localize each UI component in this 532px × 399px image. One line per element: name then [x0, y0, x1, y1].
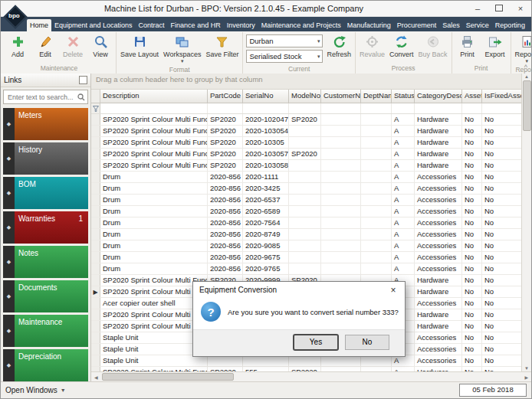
sidebar-item-documents[interactable]: ◆Documents [3, 280, 88, 312]
tab-reporting[interactable]: Reporting [492, 19, 528, 31]
scroll-left-icon[interactable]: ◀ [93, 374, 100, 381]
column-header-partcode[interactable]: PartCode [208, 90, 243, 103]
sidebar-item-notes[interactable]: ◆Notes [3, 246, 88, 278]
tab-equipment-and-locations[interactable]: Equipment and Locations [51, 19, 136, 31]
yes-button[interactable]: Yes [294, 335, 338, 350]
column-header-categorydesc[interactable]: CategoryDesc [415, 90, 462, 103]
tab-home[interactable]: Home [27, 19, 51, 31]
tab-sales[interactable]: Sales [439, 19, 463, 31]
filter-cell-customername[interactable] [321, 103, 361, 113]
stock-type-select[interactable]: Serialised Stock ▾ [246, 50, 323, 63]
sidebar-item-meters[interactable]: ◆Meters [3, 108, 88, 140]
sidebar-item-depreciation[interactable]: ◆Depreciation [3, 349, 88, 381]
tab-service[interactable]: Service [463, 19, 492, 31]
tab-manufacturing[interactable]: Manufacturing [344, 19, 394, 31]
scroll-down-icon[interactable]: ▼ [523, 365, 530, 371]
table-row[interactable]: Drum2020-8562020-6537AAccessoriesNoNo [91, 195, 521, 206]
table-row[interactable]: Drum2020-8562020-9085AAccessoriesNoNo [91, 240, 521, 252]
table-row[interactable]: SP2020 Sprint Colour Multi Functional Co… [91, 126, 521, 137]
workspaces-button[interactable]: Workspaces ▾ [161, 32, 203, 66]
table-row[interactable]: Drum2020-8562020-7564AAccessoriesNoNo [91, 217, 521, 229]
tab-utilities[interactable]: Utilities [528, 19, 531, 31]
filter-cell-isfixedasset[interactable] [482, 103, 521, 113]
table-row[interactable]: Drum2020-8562020-9675AAccessoriesNoNo [91, 252, 521, 263]
scroll-right-icon[interactable]: ▶ [523, 374, 530, 381]
sidebar-item-maintenance[interactable]: ◆Maintenance [3, 315, 88, 347]
sidebar-item-history[interactable]: ◆History [3, 142, 88, 175]
cell-asset: No [462, 172, 482, 182]
filter-cell-description[interactable] [100, 103, 208, 113]
links-header[interactable]: Links [1, 74, 90, 87]
open-windows-button[interactable]: Open Windows ▼ [5, 386, 66, 394]
table-row[interactable]: SP2020 Sprint Colour Multi Functional Co… [91, 160, 521, 172]
view-button[interactable]: View [87, 32, 114, 60]
column-header-modelno[interactable]: ModelNo [289, 90, 321, 103]
table-row[interactable]: Staple UnitAAccessoriesNoNo [91, 355, 521, 367]
sidebar-item-warranties[interactable]: ◆Warranties1 [3, 211, 88, 244]
dialog-close-button[interactable]: × [382, 283, 405, 298]
table-row[interactable]: SP2020 Sprint Colour Multi Functional Co… [91, 149, 521, 160]
revalue-button[interactable]: Revalue [357, 32, 387, 60]
save-filter-button[interactable]: Save Filter [203, 32, 241, 60]
tab-procurement[interactable]: Procurement [394, 19, 440, 31]
column-header-isfixedasset[interactable]: IsFixedAsset [482, 90, 521, 103]
tab-finance-and-hr[interactable]: Finance and HR [168, 19, 224, 31]
table-row[interactable]: SP2020 Sprint Colour Multi Functional Co… [91, 137, 521, 149]
cell-categorydesc: Hardware [415, 160, 462, 171]
search-input[interactable] [6, 93, 77, 102]
column-header-description[interactable]: Description [100, 90, 208, 103]
cell-deptname [361, 160, 392, 171]
scroll-up-icon[interactable]: ▲ [523, 74, 530, 80]
horizontal-scrollbar[interactable]: ◀ ▶ [91, 371, 531, 381]
filter-cell-categorydesc[interactable] [415, 103, 462, 113]
no-button[interactable]: No [345, 335, 389, 350]
edit-button[interactable]: Edit [31, 32, 59, 60]
tab-maintenance-and-projects[interactable]: Maintenance and Projects [258, 19, 344, 31]
column-header-status[interactable]: Status [392, 90, 415, 103]
table-row[interactable]: SP2020 Sprint Colour Multi Functional Co… [91, 114, 521, 126]
filter-cell-partcode[interactable] [208, 103, 243, 113]
table-row[interactable]: Drum2020-8562020-9765AAccessoriesNoNo [91, 263, 521, 275]
column-header-asset[interactable]: Asset [462, 90, 482, 103]
vertical-scrollbar[interactable]: ▲ ▼ [521, 74, 531, 371]
cell-partcode: SP2020 [208, 137, 243, 148]
links-pin-icon[interactable] [79, 76, 87, 84]
minimize-button[interactable]: – [467, 2, 488, 16]
vertical-scroll-thumb[interactable] [523, 80, 531, 131]
horizontal-scroll-thumb[interactable] [102, 373, 234, 381]
add-button[interactable]: Add [4, 32, 31, 60]
group-by-panel[interactable]: Drag a column header here to group by th… [91, 74, 521, 90]
save-layout-button[interactable]: Save Layout [118, 32, 161, 60]
filter-cell-status[interactable] [392, 103, 415, 113]
buy-back-button[interactable]: Buy Back [415, 32, 449, 60]
ribbon-collapse-icon[interactable]: ^ [524, 64, 527, 71]
export-button[interactable]: Export [481, 32, 509, 60]
tab-inventory[interactable]: Inventory [224, 19, 258, 31]
cell-isfixedasset: No [482, 195, 521, 205]
convert-button[interactable]: Convert [387, 32, 416, 60]
cell-categorydesc: Hardware [415, 321, 462, 332]
filter-cell-asset[interactable] [462, 103, 482, 113]
table-row[interactable]: Drum2020-8562020-8749AAccessoriesNoNo [91, 229, 521, 240]
refresh-button[interactable]: Refresh [324, 32, 353, 60]
print-button[interactable]: Print [454, 32, 481, 60]
filter-cell-deptname[interactable] [361, 103, 392, 113]
close-button[interactable]: × [510, 2, 531, 16]
filter-cell-modelno[interactable] [289, 103, 321, 113]
delete-button[interactable]: Delete [59, 32, 87, 60]
branch-select[interactable]: Durban ▾ [246, 34, 323, 47]
column-header-customername[interactable]: CustomerName [321, 90, 361, 103]
cell-categorydesc: Hardware [415, 275, 462, 286]
filter-cell-serialno[interactable] [243, 103, 289, 113]
table-row[interactable]: Drum2020-8562020-1111AAccessoriesNoNo [91, 172, 521, 183]
column-header-serialno[interactable]: SerialNo [243, 90, 289, 103]
table-row[interactable]: Drum2020-8562020-3425AAccessoriesNoNo [91, 183, 521, 195]
column-header-deptname[interactable]: DeptName [361, 90, 392, 103]
date-field[interactable]: 05 Feb 2018 [459, 384, 527, 397]
maximize-button[interactable] [488, 2, 510, 16]
grid-filter-row[interactable] [91, 103, 521, 114]
table-row[interactable]: Drum2020-8562020-6589AAccessoriesNoNo [91, 206, 521, 217]
tab-contract[interactable]: Contract [136, 19, 168, 31]
sidebar-item-bom[interactable]: ◆BOM [3, 177, 88, 209]
reports-button[interactable]: Reports ▾ [513, 32, 532, 66]
